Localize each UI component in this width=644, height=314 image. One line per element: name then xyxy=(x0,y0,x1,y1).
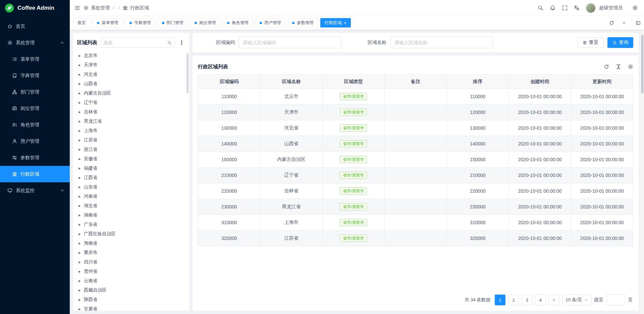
tree-item[interactable]: ▶湖北省 xyxy=(77,201,185,210)
sidebar-item-home[interactable]: 首页 xyxy=(0,18,70,35)
refresh-tab-button[interactable] xyxy=(605,16,618,29)
tree-item[interactable]: ▶广西壮族自治区 xyxy=(77,229,185,239)
query-button[interactable]: 查询 xyxy=(607,37,633,48)
tab-post-management[interactable]: 岗位管理 xyxy=(190,18,220,27)
caret-right-icon[interactable]: ▶ xyxy=(78,167,80,170)
sidebar-item-menu-management[interactable]: 菜单管理 xyxy=(0,51,70,67)
sidebar-item-post-management[interactable]: 岗位管理 xyxy=(0,100,70,117)
region-code-input[interactable] xyxy=(239,37,341,48)
caret-right-icon[interactable]: ▶ xyxy=(78,261,80,264)
caret-right-icon[interactable]: ▶ xyxy=(78,120,80,123)
caret-right-icon[interactable]: ▶ xyxy=(78,233,80,236)
caret-right-icon[interactable]: ▶ xyxy=(78,242,80,245)
caret-right-icon[interactable]: ▶ xyxy=(78,64,80,67)
caret-right-icon[interactable]: ▶ xyxy=(78,214,80,217)
tree-item[interactable]: ▶四川省 xyxy=(77,257,185,267)
tree-item[interactable]: ▶内蒙古自治区 xyxy=(77,88,185,98)
sidebar-item-dept-management[interactable]: 部门管理 xyxy=(0,84,70,100)
close-icon[interactable]: × xyxy=(344,21,346,25)
tree-item[interactable]: ▶重庆市 xyxy=(77,248,185,257)
tree-item[interactable]: ▶陕西省 xyxy=(77,295,185,304)
sidebar-item-role-management[interactable]: 角色管理 xyxy=(0,117,70,133)
page-button-2[interactable]: 2 xyxy=(508,295,519,305)
more-options-icon[interactable]: ⋮ xyxy=(178,39,185,46)
page-button-1[interactable]: 1 xyxy=(495,295,505,305)
tree-scrollbar[interactable] xyxy=(186,51,189,309)
tree-item[interactable]: ▶山西省 xyxy=(77,79,185,88)
sidebar-item-system-monitor[interactable]: 系统监控 xyxy=(0,182,70,199)
tab-admin-region[interactable]: 行政区域× xyxy=(320,18,351,27)
avatar[interactable] xyxy=(586,3,595,13)
caret-right-icon[interactable]: ▶ xyxy=(78,92,80,95)
sidebar-item-param-management[interactable]: 参数管理 xyxy=(0,149,70,166)
jump-page-input[interactable] xyxy=(606,295,625,305)
tree-item[interactable]: ▶江西省 xyxy=(77,173,185,182)
tab-dict-management[interactable]: 字典管理 xyxy=(125,18,155,27)
tree-item[interactable]: ▶安徽省 xyxy=(77,154,185,164)
layout-toggle-button[interactable] xyxy=(632,16,644,29)
breadcrumb-item-system[interactable]: 系统管理 xyxy=(91,5,110,11)
tab-dept-management[interactable]: 部门管理 xyxy=(158,18,188,27)
fullscreen-icon[interactable] xyxy=(562,5,568,11)
sidebar-collapse-icon[interactable] xyxy=(74,5,80,11)
user-name[interactable]: 超级管理员 xyxy=(599,5,623,11)
sidebar-item-dict-management[interactable]: 字典管理 xyxy=(0,67,70,84)
tab-role-management[interactable]: 角色管理 xyxy=(223,18,253,27)
caret-right-icon[interactable]: ▶ xyxy=(78,101,80,104)
caret-right-icon[interactable]: ▶ xyxy=(78,129,80,132)
page-button-4[interactable]: 4 xyxy=(535,295,546,305)
sidebar-item-system-management[interactable]: 系统管理 xyxy=(0,35,70,51)
tree-item[interactable]: ▶贵州省 xyxy=(77,267,185,276)
caret-right-icon[interactable]: ▶ xyxy=(78,298,80,301)
tree-item[interactable]: ▶山东省 xyxy=(77,182,185,192)
tree-item[interactable]: ▶甘肃省 xyxy=(77,304,185,311)
caret-right-icon[interactable]: ▶ xyxy=(78,139,80,142)
tree-item[interactable]: ▶福建省 xyxy=(77,164,185,173)
bell-icon[interactable] xyxy=(550,5,555,11)
tree-item[interactable]: ▶浙江省 xyxy=(77,145,185,154)
caret-right-icon[interactable]: ▶ xyxy=(78,54,80,57)
sidebar-item-admin-region[interactable]: 行政区域 xyxy=(0,166,70,182)
tree-item[interactable]: ▶云南省 xyxy=(77,276,185,286)
tree-item[interactable]: ▶黑龙江省 xyxy=(77,117,185,126)
caret-right-icon[interactable]: ▶ xyxy=(78,270,80,273)
page-scrollbar-thumb[interactable] xyxy=(641,35,643,93)
sidebar-item-user-management[interactable]: 用户管理 xyxy=(0,133,70,149)
tree-item[interactable]: ▶辽宁省 xyxy=(77,98,185,107)
tree-item[interactable]: ▶吉林省 xyxy=(77,107,185,117)
region-name-input[interactable] xyxy=(390,37,493,48)
tab-menu-management[interactable]: 菜单管理 xyxy=(93,18,123,27)
translate-icon[interactable] xyxy=(574,5,580,11)
page-scrollbar[interactable] xyxy=(641,29,644,314)
caret-right-icon[interactable]: ▶ xyxy=(78,176,80,179)
caret-right-icon[interactable]: ▶ xyxy=(78,308,80,311)
tab-param-management[interactable]: 参数管理 xyxy=(288,18,318,27)
column-height-icon[interactable] xyxy=(616,64,621,69)
tree-item[interactable]: ▶河南省 xyxy=(77,192,185,201)
tab-menu-button[interactable] xyxy=(618,16,630,29)
tree-search-input[interactable] xyxy=(104,40,165,45)
caret-right-icon[interactable]: ▶ xyxy=(78,195,80,198)
app-logo[interactable]: Coffee Admin xyxy=(0,0,70,16)
tab-user-management[interactable]: 用户管理 xyxy=(255,18,285,27)
tree-item[interactable]: ▶广东省 xyxy=(77,220,185,229)
search-icon[interactable] xyxy=(167,41,172,45)
tree-item[interactable]: ▶西藏自治区 xyxy=(77,286,185,295)
caret-right-icon[interactable]: ▶ xyxy=(78,158,80,161)
next-page-button[interactable] xyxy=(548,295,559,305)
tree-item[interactable]: ▶河北省 xyxy=(77,70,185,79)
tree-item[interactable]: ▶天津市 xyxy=(77,60,185,70)
tree-item[interactable]: ▶湖南省 xyxy=(77,210,185,220)
search-icon[interactable] xyxy=(538,5,543,11)
tree-item[interactable]: ▶北京市 xyxy=(77,51,185,60)
caret-right-icon[interactable]: ▶ xyxy=(78,289,80,292)
caret-right-icon[interactable]: ▶ xyxy=(78,186,80,189)
caret-right-icon[interactable]: ▶ xyxy=(78,82,80,85)
tree-item[interactable]: ▶江苏省 xyxy=(77,135,185,145)
tree-item[interactable]: ▶海南省 xyxy=(77,239,185,248)
caret-right-icon[interactable]: ▶ xyxy=(78,73,80,76)
refresh-icon[interactable] xyxy=(604,64,609,69)
tab-home[interactable]: 首页 xyxy=(73,18,90,27)
settings-gear-icon[interactable] xyxy=(632,5,638,11)
tree-item[interactable]: ▶上海市 xyxy=(77,126,185,135)
